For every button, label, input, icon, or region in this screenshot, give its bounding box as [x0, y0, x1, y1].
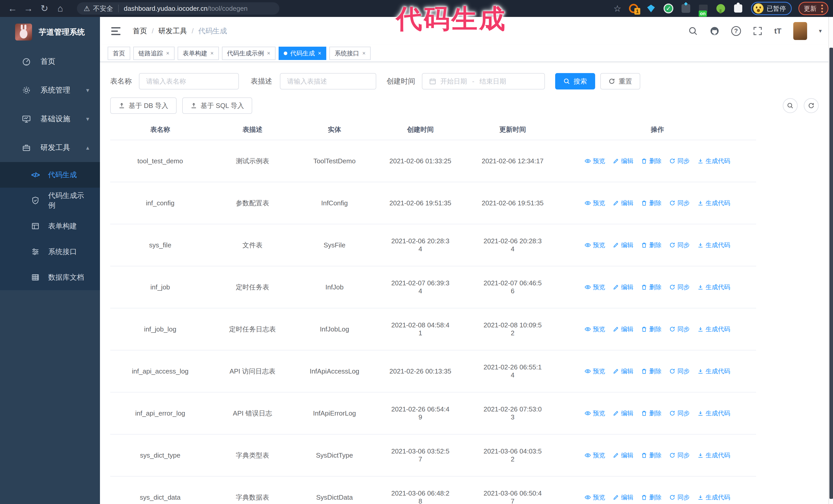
sync-link[interactable]: 同步 — [669, 157, 690, 165]
breadcrumb-devtools[interactable]: 研发工具 — [159, 26, 187, 36]
edit-link[interactable]: 编辑 — [613, 241, 633, 249]
preview-link[interactable]: 预览 — [585, 157, 605, 165]
search-icon[interactable] — [688, 26, 698, 36]
sync-link[interactable]: 同步 — [669, 241, 690, 249]
sync-link[interactable]: 同步 — [669, 493, 690, 501]
generate-code-link[interactable]: 生成代码 — [697, 451, 730, 459]
generate-code-link[interactable]: 生成代码 — [697, 241, 730, 249]
sidebar-item-form-builder[interactable]: 表单构建 — [0, 213, 100, 239]
generate-code-link[interactable]: 生成代码 — [697, 283, 730, 291]
delete-link[interactable]: 删除 — [641, 493, 662, 501]
delete-link[interactable]: 删除 — [641, 283, 662, 291]
tags-view-tab[interactable]: 系统接口 × — [329, 47, 371, 60]
sync-link[interactable]: 同步 — [669, 325, 690, 333]
tags-view-tab[interactable]: 首页 — [108, 47, 130, 60]
search-button[interactable]: 搜索 — [555, 73, 595, 90]
tags-view-tab[interactable]: 链路追踪 × — [133, 47, 174, 60]
address-bar[interactable]: ⚠ 不安全 dashboard.yudao.iocoder.cn /tool/c… — [77, 2, 279, 15]
tags-view-tab[interactable]: 代码生成示例 × — [222, 47, 276, 60]
extension-check-icon[interactable]: ✓ — [663, 3, 673, 14]
edit-link[interactable]: 编辑 — [613, 157, 633, 165]
preview-link[interactable]: 预览 — [585, 367, 605, 375]
edit-link[interactable]: 编辑 — [613, 325, 633, 333]
extension-orange-icon[interactable]: 1 — [628, 3, 639, 14]
toggle-search-button[interactable] — [783, 98, 798, 113]
back-icon[interactable]: ← — [5, 0, 21, 17]
sidebar-item-system-api[interactable]: 系统接口 — [0, 239, 100, 265]
user-avatar[interactable] — [793, 22, 807, 40]
generate-code-link[interactable]: 生成代码 — [697, 367, 730, 375]
extension-key-icon[interactable] — [716, 3, 726, 14]
close-icon[interactable]: × — [166, 50, 169, 57]
help-icon[interactable]: ? — [731, 26, 741, 36]
delete-link[interactable]: 删除 — [641, 325, 662, 333]
reload-icon[interactable]: ↻ — [37, 0, 52, 17]
sync-link[interactable]: 同步 — [669, 409, 690, 417]
edit-link[interactable]: 编辑 — [613, 199, 633, 207]
preview-link[interactable]: 预览 — [585, 199, 605, 207]
sidebar-item-devtools[interactable]: 研发工具 ▴ — [0, 133, 100, 162]
extension-gem-icon[interactable] — [646, 3, 656, 14]
import-db-button[interactable]: 基于 DB 导入 — [110, 97, 176, 114]
delete-link[interactable]: 删除 — [641, 451, 662, 459]
preview-link[interactable]: 预览 — [585, 325, 605, 333]
table-desc-input[interactable]: 请输入表描述 — [280, 73, 376, 90]
delete-link[interactable]: 删除 — [641, 409, 662, 417]
preview-link[interactable]: 预览 — [585, 283, 605, 291]
sync-link[interactable]: 同步 — [669, 451, 690, 459]
preview-link[interactable]: 预览 — [585, 451, 605, 459]
generate-code-link[interactable]: 生成代码 — [697, 409, 730, 417]
preview-link[interactable]: 预览 — [585, 409, 605, 417]
edit-link[interactable]: 编辑 — [613, 493, 633, 501]
edit-link[interactable]: 编辑 — [613, 283, 633, 291]
edit-link[interactable]: 编辑 — [613, 451, 633, 459]
reset-button[interactable]: 重置 — [600, 73, 640, 90]
sidebar-item-infra[interactable]: 基础设施 ▾ — [0, 104, 100, 133]
browser-update-button[interactable]: 更新 — [799, 2, 828, 15]
edit-link[interactable]: 编辑 — [613, 367, 633, 375]
close-icon[interactable]: × — [210, 50, 214, 57]
tags-view-tab[interactable]: 表单构建 × — [177, 47, 219, 60]
delete-link[interactable]: 删除 — [641, 241, 662, 249]
edit-link[interactable]: 编辑 — [613, 409, 633, 417]
forward-icon[interactable]: → — [21, 0, 37, 17]
browser-menu-icon[interactable] — [821, 5, 823, 13]
delete-link[interactable]: 删除 — [641, 157, 662, 165]
sync-link[interactable]: 同步 — [669, 199, 690, 207]
extension-on-icon[interactable]: on — [698, 3, 709, 14]
scrollbar-thumb[interactable] — [829, 48, 833, 499]
tags-view-tab[interactable]: 代码生成 × — [279, 47, 327, 60]
extensions-puzzle-icon[interactable] — [733, 3, 743, 14]
profile-paused-pill[interactable]: 已暂停 — [751, 2, 792, 15]
sync-link[interactable]: 同步 — [669, 367, 690, 375]
generate-code-link[interactable]: 生成代码 — [697, 157, 730, 165]
delete-link[interactable]: 删除 — [641, 367, 662, 375]
sidebar-toggle-icon[interactable] — [111, 27, 120, 35]
delete-link[interactable]: 删除 — [641, 199, 662, 207]
fullscreen-icon[interactable] — [753, 26, 763, 36]
date-range-input[interactable]: 开始日期 - 结束日期 — [422, 73, 545, 90]
preview-link[interactable]: 预览 — [585, 493, 605, 501]
close-icon[interactable]: × — [267, 50, 270, 57]
breadcrumb-home[interactable]: 首页 — [133, 26, 147, 36]
home-icon[interactable]: ⌂ — [52, 0, 68, 17]
refresh-table-button[interactable] — [804, 98, 819, 113]
generate-code-link[interactable]: 生成代码 — [697, 199, 730, 207]
close-icon[interactable]: × — [318, 50, 322, 57]
extension-panel-icon[interactable] — [681, 3, 691, 14]
generate-code-link[interactable]: 生成代码 — [697, 325, 730, 333]
close-icon[interactable]: × — [362, 50, 365, 57]
sidebar-item-system[interactable]: 系统管理 ▾ — [0, 76, 100, 104]
sync-link[interactable]: 同步 — [669, 283, 690, 291]
preview-link[interactable]: 预览 — [585, 241, 605, 249]
sidebar-item-home[interactable]: 首页 — [0, 47, 100, 76]
generate-code-link[interactable]: 生成代码 — [697, 493, 730, 501]
table-name-input[interactable]: 请输入表名称 — [139, 73, 239, 90]
font-size-icon[interactable]: tT — [774, 27, 782, 35]
import-sql-button[interactable]: 基于 SQL 导入 — [182, 97, 253, 114]
sidebar-item-codegen[interactable]: </> 代码生成 — [0, 162, 100, 188]
sidebar-item-codegen-example[interactable]: 代码生成示例 — [0, 188, 100, 213]
avatar-caret-icon[interactable]: ▾ — [819, 28, 822, 34]
sidebar-item-db-doc[interactable]: 数据库文档 — [0, 265, 100, 290]
sidebar-logo-row[interactable]: 芋道管理系统 — [0, 17, 100, 47]
